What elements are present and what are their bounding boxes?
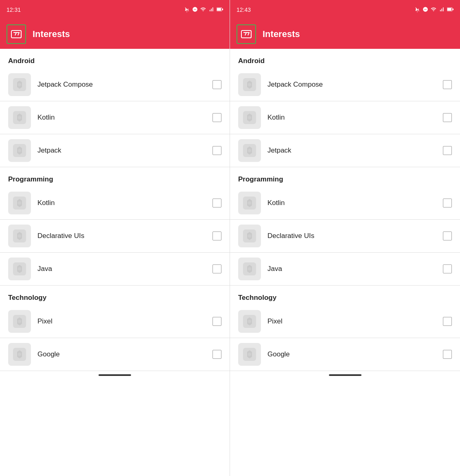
minus-circle-icon [192,7,198,13]
right-kotlin-android-label: Kotlin [267,114,436,122]
svg-point-9 [18,149,21,152]
right-google-checkbox[interactable] [443,350,452,359]
left-status-icons [184,7,223,13]
svg-point-39 [248,353,251,356]
list-item[interactable]: Pixel [0,305,230,338]
svg-point-27 [248,116,251,119]
right-jetpack-checkbox[interactable] [443,146,452,155]
pixel-checkbox[interactable] [212,317,221,326]
left-app-logo [7,24,26,44]
jetpack-compose-checkbox[interactable] [212,80,221,89]
list-item[interactable]: Google [0,338,230,371]
declarative-uis-label: Declarative UIs [37,232,206,240]
svg-point-7 [18,116,21,119]
list-item[interactable]: Jetpack [230,134,460,167]
right-kotlin-android-checkbox[interactable] [443,113,452,122]
list-item[interactable]: Java [230,253,460,286]
list-item[interactable]: Kotlin [230,101,460,134]
declarative-uis-icon [8,225,31,247]
svg-point-13 [18,234,21,238]
right-google-icon [238,343,261,366]
list-item[interactable]: Pixel [230,305,460,338]
right-java-checkbox[interactable] [443,264,452,273]
svg-point-5 [18,83,21,86]
jetpack-icon [8,139,31,162]
right-section-android-header: Android [230,49,460,68]
google-checkbox[interactable] [212,350,221,359]
right-status-bar: 12:43 [230,0,460,20]
list-item[interactable]: Kotlin [0,187,230,220]
svg-point-25 [248,83,251,86]
right-wifi-icon [431,7,436,13]
list-item[interactable]: Declarative UIs [0,220,230,253]
pixel-label: Pixel [37,317,206,325]
svg-point-19 [18,353,21,356]
jetpack-compose-icon [8,73,31,96]
list-item[interactable]: Jetpack Compose [230,68,460,101]
declarative-uis-checkbox[interactable] [212,231,221,240]
svg-point-17 [18,320,21,323]
right-scroll-indicator [329,374,361,376]
kotlin-android-checkbox[interactable] [212,113,221,122]
left-section-programming-header: Programming [0,167,230,187]
right-java-icon [238,258,261,280]
list-item[interactable]: Jetpack [0,134,230,167]
svg-rect-1 [217,8,221,11]
right-minus-circle-icon [423,7,428,13]
bell-off-icon [184,7,190,13]
right-kotlin-prog-checkbox[interactable] [443,199,452,207]
jetpack-compose-label: Jetpack Compose [37,81,206,89]
kotlin-android-icon [8,106,31,129]
left-status-bar: 12:31 [0,0,230,20]
svg-point-33 [248,234,251,238]
right-google-label: Google [267,350,436,358]
svg-point-15 [18,267,21,271]
right-status-time: 12:43 [237,7,251,13]
svg-point-29 [248,149,251,152]
java-icon [8,258,31,280]
right-app-bar: Interests [230,20,460,49]
list-item[interactable]: Jetpack Compose [0,68,230,101]
right-bell-off-icon [414,7,420,13]
svg-point-31 [248,201,251,205]
right-content: Android Jetpack Compose Kotlin [230,49,460,476]
right-jetpack-compose-checkbox[interactable] [443,80,452,89]
jetpack-label: Jetpack [37,146,206,155]
kotlin-prog-label: Kotlin [37,199,206,207]
list-item[interactable]: Declarative UIs [230,220,460,253]
kotlin-prog-checkbox[interactable] [212,199,221,207]
kotlin-prog-icon [8,192,31,214]
list-item[interactable]: Google [230,338,460,371]
svg-point-37 [248,320,251,323]
right-java-label: Java [267,265,436,273]
left-section-android-header: Android [0,49,230,68]
right-pixel-checkbox[interactable] [443,317,452,326]
list-item[interactable]: Java [0,253,230,286]
right-jetpack-icon [238,139,261,162]
google-icon [8,343,31,366]
pixel-icon [8,310,31,333]
list-item[interactable]: Kotlin [0,101,230,134]
left-scroll-indicator [99,374,131,376]
right-phone-panel: 12:43 [230,0,460,476]
java-checkbox[interactable] [212,264,221,273]
left-section-technology-header: Technology [0,286,230,305]
svg-point-11 [18,201,21,205]
java-label: Java [37,265,206,273]
jetpack-checkbox[interactable] [212,146,221,155]
right-declarative-uis-icon [238,225,261,247]
right-pixel-label: Pixel [267,317,436,325]
left-status-time: 12:31 [7,7,21,13]
right-app-logo [237,24,256,44]
right-battery-icon [447,7,453,13]
svg-rect-22 [453,9,453,10]
right-jetpack-label: Jetpack [267,146,436,155]
right-declarative-uis-checkbox[interactable] [443,231,452,240]
right-jetpack-compose-label: Jetpack Compose [267,81,436,89]
list-item[interactable]: Kotlin [230,187,460,220]
right-status-icons [414,7,453,13]
right-section-technology-header: Technology [230,286,460,305]
wifi-icon [200,7,206,13]
svg-point-35 [248,267,251,271]
right-section-programming-header: Programming [230,167,460,187]
